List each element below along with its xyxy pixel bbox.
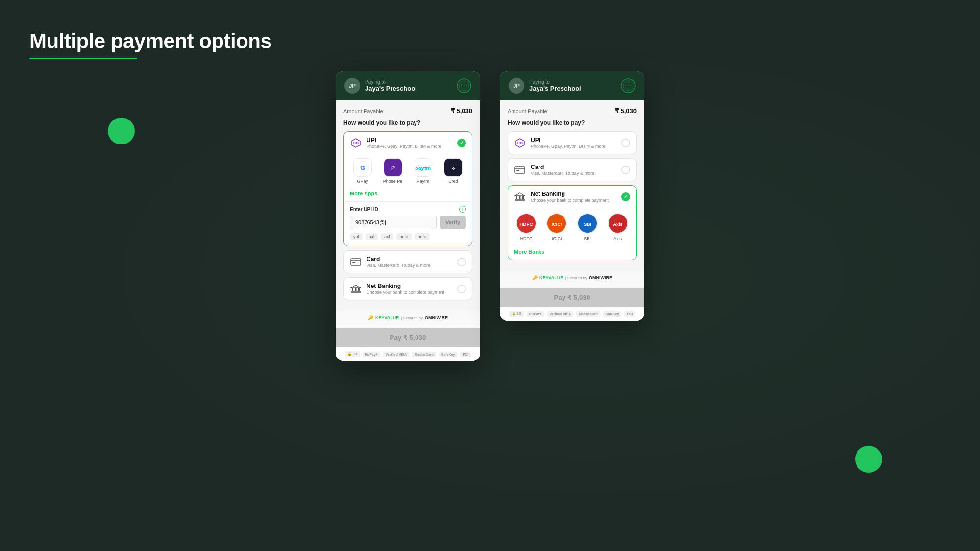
cred-label: Cred xyxy=(448,179,458,184)
svg-rect-37 xyxy=(522,196,524,199)
pay-question-right: How would you like to pay? xyxy=(508,120,637,126)
merchant-avatar-right: JP xyxy=(509,78,524,94)
netbanking-option-header-left[interactable]: Net Banking Choose your bank to complete… xyxy=(344,278,472,300)
amount-value-right: ₹ 5,030 xyxy=(615,107,637,115)
suggestion-ybl[interactable]: ybl xyxy=(350,233,363,240)
netbanking-title-left: Net Banking xyxy=(367,283,444,289)
axis-bank[interactable]: Axis Axis xyxy=(606,213,630,241)
card-check-right xyxy=(621,166,630,174)
gpay-app[interactable]: G G GPay xyxy=(350,158,375,184)
verify-button[interactable]: Verify xyxy=(440,216,466,229)
netbanking-option-left[interactable]: Net Banking Choose your bank to complete… xyxy=(343,277,472,300)
trust-badges-left: 🔒 3D RuPay+ Verified VISA MasterCard Saf… xyxy=(336,347,480,361)
badge-pci-r: PCI xyxy=(624,311,635,317)
secured-text-left: | Secured by xyxy=(401,316,423,320)
badge-pci: PCI xyxy=(460,352,471,357)
card-option-header-left[interactable]: Card Visa, Mastercard, Rupay & more xyxy=(344,251,472,273)
sbi-icon[interactable]: SBI xyxy=(577,213,598,234)
paytm-icon[interactable]: paytm xyxy=(414,158,432,177)
svg-marker-18 xyxy=(351,285,361,288)
sbi-label: SBI xyxy=(584,236,591,241)
netbanking-option-right[interactable]: Net Banking Choose your bank to complete… xyxy=(508,185,637,260)
svg-rect-15 xyxy=(351,259,361,265)
netbanking-title-right: Net Banking xyxy=(531,191,609,197)
gpay-icon[interactable]: G G xyxy=(353,158,372,177)
pay-button-left[interactable]: Pay ₹ 5,030 xyxy=(336,328,480,347)
merchant-avatar-left: JP xyxy=(344,78,360,94)
netbanking-option-left-content: Net Banking Choose your bank to complete… xyxy=(350,283,444,295)
upi-input-row: Verify xyxy=(350,216,466,229)
header-left: JP Paying to Jaya's Preschool xyxy=(344,78,417,94)
svg-text:SBI: SBI xyxy=(583,221,591,227)
upi-check-right xyxy=(621,139,630,147)
svg-text:P: P xyxy=(391,165,395,171)
badge-visa-r: Verified VISA xyxy=(547,311,574,317)
upi-option-header-left[interactable]: UPI UPI PhonePe, Gpay, Paytm, BHIM & mor… xyxy=(344,132,472,154)
upi-input-field[interactable] xyxy=(350,216,437,229)
badge-rupay-r: RuPay+ xyxy=(527,311,544,317)
upi-subtitle-left: PhonePe, Gpay, Paytm, BHIM & more xyxy=(367,144,441,149)
header-right-left: JP Paying to Jaya's Preschool xyxy=(509,78,581,94)
card-footer-left: 🔑 KEYVALUE | Secured by OMNIWIRE xyxy=(336,311,480,328)
keyvalue-text-right: KEYVALUE xyxy=(539,275,563,280)
payment-card-right: JP Paying to Jaya's Preschool Amount Pay… xyxy=(500,71,644,321)
hdfc-label: HDFC xyxy=(520,236,533,241)
badge-visa: Verified VISA xyxy=(383,352,410,357)
suggestion-axl-2[interactable]: axl xyxy=(381,233,393,240)
upi-option-right-content: UPI UPI PhonePe, Gpay, Paytm, BHIM & mor… xyxy=(514,137,605,149)
card-body-left: Amount Payable: ₹ 5,030 How would you li… xyxy=(336,100,480,311)
upi-option-right[interactable]: UPI UPI PhonePe, Gpay, Paytm, BHIM & mor… xyxy=(508,131,637,154)
svg-text:G: G xyxy=(360,164,365,171)
netbanking-check-left xyxy=(457,285,466,293)
icici-icon[interactable]: ICICI xyxy=(546,213,567,234)
svg-rect-31 xyxy=(515,167,525,173)
phonepe-app[interactable]: P Phone Pe xyxy=(380,158,406,184)
page-title-section: Multiple payment options xyxy=(29,29,271,59)
upi-option-header-right[interactable]: UPI UPI PhonePe, Gpay, Paytm, BHIM & mor… xyxy=(508,132,636,154)
svg-text:Axis: Axis xyxy=(613,222,622,227)
paying-to-label-left: Paying to xyxy=(365,79,417,85)
merchant-name-left: Jaya's Preschool xyxy=(365,85,417,92)
card-option-left[interactable]: Card Visa, Mastercard, Rupay & more xyxy=(343,250,472,273)
cards-container: JP Paying to Jaya's Preschool Amount Pay… xyxy=(336,71,644,361)
upi-input-label: Enter UPI ID i xyxy=(350,206,466,213)
hdfc-bank[interactable]: HDFC HDFC xyxy=(514,213,539,241)
cred-app[interactable]: ⟐ Cred xyxy=(441,158,466,184)
svg-rect-36 xyxy=(519,196,521,199)
upi-title-left: UPI xyxy=(367,137,441,144)
cred-icon[interactable]: ⟐ xyxy=(444,158,463,177)
upi-option-left[interactable]: UPI UPI PhonePe, Gpay, Paytm, BHIM & mor… xyxy=(343,131,472,246)
pay-button-right[interactable]: Pay ₹ 5,030 xyxy=(500,288,644,307)
suggestion-hdfc-1[interactable]: hdfc xyxy=(396,233,412,240)
svg-rect-21 xyxy=(358,288,360,291)
hdfc-icon[interactable]: HDFC xyxy=(516,213,537,234)
axis-icon[interactable]: Axis xyxy=(608,213,628,234)
suggestion-axl-1[interactable]: axl xyxy=(366,233,378,240)
more-apps-button[interactable]: More Apps xyxy=(344,189,472,201)
svg-text:UPI: UPI xyxy=(517,142,523,145)
card-header-right: JP Paying to Jaya's Preschool xyxy=(500,71,644,100)
payment-card-left: JP Paying to Jaya's Preschool Amount Pay… xyxy=(336,71,480,361)
omniwire-text-right: OMNIWIRE xyxy=(589,275,612,280)
sbi-bank[interactable]: SBI SBI xyxy=(575,213,600,241)
netbanking-text-right: Net Banking Choose your bank to complete… xyxy=(531,191,609,203)
paytm-app[interactable]: paytm Paytm xyxy=(411,158,436,184)
icici-label: ICICI xyxy=(552,236,562,241)
netbanking-icon-right xyxy=(514,191,526,203)
card-subtitle-right: Visa, Mastercard, Rupay & more xyxy=(531,171,594,176)
upi-check-left xyxy=(457,139,466,147)
netbanking-option-header-right[interactable]: Net Banking Choose your bank to complete… xyxy=(508,186,636,208)
card-option-right[interactable]: Card Visa, Mastercard, Rupay & more xyxy=(508,158,637,181)
gpay-label: GPay xyxy=(357,179,368,184)
decorative-dot-left xyxy=(108,118,135,144)
icici-bank[interactable]: ICICI ICICI xyxy=(544,213,569,241)
card-text-right: Card Visa, Mastercard, Rupay & more xyxy=(531,164,594,176)
phonepe-icon[interactable]: P xyxy=(384,158,402,177)
more-banks-button[interactable]: More Banks xyxy=(508,247,636,260)
suggestion-hdfc-2[interactable]: hdfc xyxy=(415,233,430,240)
brand-logo-left xyxy=(457,78,471,93)
trust-badges-right: 🔒 3D RuPay+ Verified VISA MasterCard Saf… xyxy=(500,307,644,321)
amount-label-right: Amount Payable: xyxy=(508,108,549,114)
card-option-header-right[interactable]: Card Visa, Mastercard, Rupay & more xyxy=(508,159,636,181)
card-check-left xyxy=(457,258,466,266)
